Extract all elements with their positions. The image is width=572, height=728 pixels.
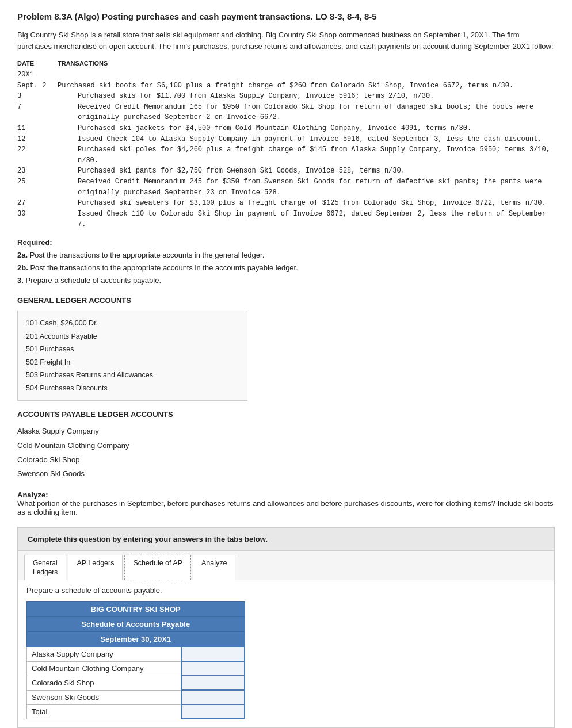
schedule-label-alaska: Alaska Supply Company	[27, 647, 182, 661]
schedule-title-row3: September 30, 20X1	[27, 632, 245, 647]
ap-account-1: Alaska Supply Company	[17, 424, 555, 439]
general-ledger-box: 101 Cash, $26,000 Dr. 201 Accounts Payab…	[17, 311, 247, 401]
schedule-label-colorado: Colorado Ski Shop	[27, 676, 182, 690]
intro-text: Big Country Ski Shop is a retail store t…	[17, 29, 555, 52]
general-ledger-heading: GENERAL LEDGER ACCOUNTS	[17, 296, 555, 305]
schedule-title-row2: Schedule of Accounts Payable	[27, 617, 245, 632]
analyze-section: Analyze: What portion of the purchases i…	[17, 491, 555, 516]
required-section: Required: 2a. Post the transactions to t…	[17, 238, 555, 287]
schedule-input-alaska[interactable]	[186, 650, 239, 658]
schedule-label-cold-mountain: Cold Mountain Clothing Company	[27, 661, 182, 676]
schedule-amount-cold-mountain[interactable]	[181, 661, 245, 676]
transactions-header: TRANSACTIONS	[58, 59, 108, 68]
transaction-row-3: 7 Received Credit Memorandum 165 for $95…	[17, 102, 555, 123]
question-tabs-container: Complete this question by entering your …	[17, 527, 555, 728]
schedule-amount-total[interactable]	[181, 704, 245, 719]
gl-account-4: 502 Freight In	[26, 356, 239, 369]
complete-banner: Complete this question by entering your …	[18, 527, 554, 551]
transactions-table: DATE TRANSACTIONS 20X1 Sept. 2 Purchased…	[17, 59, 555, 230]
ap-account-2: Cold Mountain Clothing Company	[17, 439, 555, 453]
ap-ledger-list: Alaska Supply Company Cold Mountain Clot…	[17, 424, 555, 481]
schedule-input-swenson[interactable]	[186, 693, 239, 702]
required-item-3: 3. Prepare a schedule of accounts payabl…	[17, 274, 555, 287]
schedule-table-wrapper: BIG COUNTRY SKI SHOP Schedule of Account…	[26, 601, 245, 719]
tab-content: Prepare a schedule of accounts payable. …	[18, 580, 554, 727]
schedule-row-total: Total	[27, 704, 245, 719]
tabs-row: GeneralLedgers AP Ledgers Schedule of AP…	[18, 551, 554, 580]
schedule-amount-colorado[interactable]	[181, 676, 245, 690]
schedule-row-cold-mountain: Cold Mountain Clothing Company	[27, 661, 245, 676]
transaction-row-1: Sept. 2 Purchased ski boots for $6,100 p…	[17, 81, 555, 91]
gl-account-3: 501 Purchases	[26, 343, 239, 356]
tab-ap-ledgers[interactable]: AP Ledgers	[68, 555, 123, 580]
schedule-title-row1: BIG COUNTRY SKI SHOP	[27, 602, 245, 617]
analyze-text: What portion of the purchases in Septemb…	[17, 499, 553, 516]
schedule-row-swenson: Swenson Ski Goods	[27, 690, 245, 704]
problem-title: Problem 8.3A (Algo) Posting purchases an…	[17, 12, 555, 21]
required-item-2b: 2b. Post the transactions to the appropr…	[17, 262, 555, 274]
gl-account-6: 504 Purchases Discounts	[26, 382, 239, 395]
schedule-input-cold-mountain[interactable]	[186, 664, 239, 673]
schedule-table: BIG COUNTRY SKI SHOP Schedule of Account…	[26, 601, 245, 719]
transaction-row-8: 25 Received Credit Memorandum 245 for $3…	[17, 177, 555, 198]
ap-ledger-heading: ACCOUNTS PAYABLE LEDGER ACCOUNTS	[17, 410, 555, 419]
gl-account-1: 101 Cash, $26,000 Dr.	[26, 317, 239, 330]
tab-schedule-of-ap[interactable]: Schedule of AP	[124, 555, 190, 580]
year-label: 20X1	[17, 70, 58, 81]
transaction-row-9: 27 Purchased ski sweaters for $3,100 plu…	[17, 198, 555, 209]
schedule-input-total[interactable]	[186, 707, 239, 716]
transaction-row-2: 3 Purchased skis for $11,700 from Alaska…	[17, 91, 555, 102]
schedule-row-alaska: Alaska Supply Company	[27, 647, 245, 661]
analyze-label: Analyze:	[17, 491, 48, 499]
schedule-row-colorado: Colorado Ski Shop	[27, 676, 245, 690]
transaction-row-6: 22 Purchased ski poles for $4,260 plus a…	[17, 144, 555, 166]
transaction-row-5: 12 Issued Check 104 to Alaska Supply Com…	[17, 134, 555, 145]
schedule-label-total: Total	[27, 704, 182, 719]
schedule-input-colorado[interactable]	[186, 679, 239, 687]
ap-account-3: Colorado Ski Shop	[17, 453, 555, 468]
required-label: Required:	[17, 238, 555, 247]
tab-general-ledgers[interactable]: GeneralLedgers	[24, 555, 66, 580]
schedule-amount-swenson[interactable]	[181, 690, 245, 704]
date-header: DATE	[17, 59, 58, 68]
schedule-amount-alaska[interactable]	[181, 647, 245, 661]
transaction-row-10: 30 Issued Check 110 to Colorado Ski Shop…	[17, 209, 555, 230]
gl-account-2: 201 Accounts Payable	[26, 330, 239, 343]
schedule-label-swenson: Swenson Ski Goods	[27, 690, 182, 704]
transaction-row-7: 23 Purchased ski pants for $2,750 from S…	[17, 166, 555, 177]
required-item-2a: 2a. Post the transactions to the appropr…	[17, 249, 555, 262]
ap-account-4: Swenson Ski Goods	[17, 467, 555, 481]
gl-account-5: 503 Purchases Returns and Allowances	[26, 369, 239, 382]
tabs-section: GeneralLedgers AP Ledgers Schedule of AP…	[18, 551, 554, 728]
transaction-row-4: 11 Purchased ski jackets for $4,500 from…	[17, 123, 555, 134]
prepare-text: Prepare a schedule of accounts payable.	[26, 586, 546, 595]
tab-analyze[interactable]: Analyze	[193, 555, 235, 580]
